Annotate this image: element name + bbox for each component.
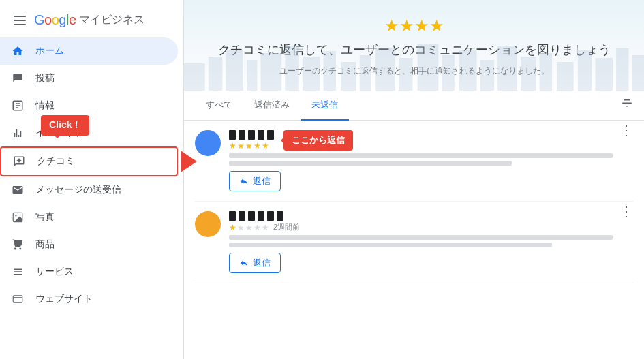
svg-point-5 [15, 215, 16, 216]
sidebar-item-posts-label: 投稿 [35, 72, 55, 84]
reply-button[interactable]: 返信 [229, 171, 281, 191]
sidebar-item-website[interactable]: ウェブサイト [0, 285, 178, 313]
tabs-list: すべて 返信済み 未返信 [195, 91, 349, 120]
products-icon [11, 238, 25, 251]
sidebar-header: Google マイビジネス [0, 5, 183, 37]
hamburger-menu[interactable] [11, 13, 29, 28]
sidebar-item-services-label: サービス [35, 266, 74, 278]
svg-rect-25 [521, 57, 536, 91]
review-time: 2週間前 [273, 222, 300, 232]
reply-label: 返信 [253, 175, 271, 187]
svg-rect-11 [247, 60, 257, 91]
svg-rect-12 [261, 53, 282, 91]
svg-rect-26 [540, 53, 552, 91]
sidebar-item-photos-label: 写真 [35, 211, 55, 223]
svg-rect-14 [303, 57, 320, 91]
tabs-bar: すべて 返信済み 未返信 [184, 91, 644, 121]
review-text [229, 153, 633, 166]
home-icon [11, 44, 25, 58]
review-list: ここから返信 ★ ★ ★ ★ ★ 返信 [184, 121, 644, 283]
tab-unreplied[interactable]: 未返信 [301, 91, 349, 121]
hero-section: ★★★★ クチコミに返信して、ユーザーとのコミュニケーションを図りましょう ユー… [184, 0, 644, 91]
service-name: マイビジネス [79, 13, 144, 27]
sidebar-item-reviews[interactable]: クチコミ Click！ [0, 146, 178, 176]
svg-rect-29 [595, 58, 613, 91]
sidebar-item-info-label: 情報 [35, 99, 55, 112]
messages-icon [11, 183, 25, 197]
click-tooltip: Click！ [41, 115, 89, 136]
review-rating-row: ★ ★ ★ ★ ★ 2週間前 [229, 222, 633, 232]
reply-label: 返信 [253, 257, 271, 269]
svg-rect-27 [557, 62, 574, 91]
svg-rect-15 [324, 51, 336, 91]
table-row: ここから返信 ★ ★ ★ ★ ★ 返信 [195, 121, 633, 202]
review-header [229, 211, 633, 221]
photos-icon [11, 210, 25, 224]
avatar [195, 211, 221, 237]
reply-button-container: 返信 [229, 253, 633, 273]
review-text [229, 235, 633, 247]
website-icon [11, 292, 25, 306]
app-logo: Google マイビジネス [34, 12, 144, 28]
review-body: ★ ★ ★ ★ ★ 2週間前 返信 [229, 211, 633, 273]
main-content: ★★★★ クチコミに返信して、ユーザーとのコミュニケーションを図りましょう ユー… [184, 0, 644, 359]
tab-replied[interactable]: 返信済み [243, 91, 301, 121]
tab-all[interactable]: すべて [195, 91, 243, 121]
more-options-icon[interactable]: ⋮ [619, 122, 633, 138]
filter-icon[interactable] [621, 97, 633, 113]
reply-button-container: 返信 [229, 171, 633, 191]
sidebar-item-posts[interactable]: 投稿 [0, 65, 178, 92]
reviewer-name [229, 130, 274, 140]
svg-rect-28 [578, 50, 592, 91]
sidebar-item-photos[interactable]: 写真 [0, 204, 178, 231]
svg-rect-20 [418, 44, 439, 91]
reviews-icon [12, 155, 26, 168]
svg-rect-9 [209, 57, 222, 91]
sidebar-item-products[interactable]: 商品 [0, 231, 178, 258]
insights-icon [11, 126, 25, 140]
svg-rect-23 [480, 60, 494, 91]
sidebar-item-messages[interactable]: メッセージの送受信 [0, 176, 178, 204]
sidebar-item-website-label: ウェブサイト [35, 293, 93, 305]
sidebar-item-info[interactable]: 情報 [0, 92, 178, 119]
more-options-icon[interactable]: ⋮ [619, 203, 633, 219]
svg-rect-30 [616, 48, 628, 91]
sidebar-item-services[interactable]: サービス [0, 258, 178, 285]
svg-rect-13 [285, 46, 298, 91]
arrow-right-icon [181, 151, 197, 172]
svg-rect-31 [632, 55, 644, 91]
sidebar-item-home-label: ホーム [35, 45, 64, 57]
sidebar-item-reviews-label: クチコミ [37, 155, 75, 168]
sidebar-item-home[interactable]: ホーム [0, 37, 178, 65]
svg-rect-21 [442, 55, 454, 91]
sidebar-item-messages-label: メッセージの送受信 [35, 184, 121, 196]
google-logo: Google [34, 12, 76, 28]
reply-button[interactable]: 返信 [229, 253, 281, 273]
svg-rect-16 [341, 62, 356, 91]
svg-rect-18 [375, 48, 395, 91]
review-stars: ★ ★ ★ ★ ★ [229, 223, 269, 232]
review-body: ここから返信 ★ ★ ★ ★ ★ 返信 [229, 130, 633, 191]
svg-rect-8 [184, 63, 205, 91]
city-background [184, 36, 644, 91]
here-tooltip: ここから返信 [283, 130, 353, 151]
svg-rect-24 [497, 46, 517, 91]
svg-rect-17 [360, 55, 371, 91]
avatar [195, 130, 221, 156]
sidebar: Google マイビジネス ホーム 投稿 情報 インサイト クチコミ [0, 0, 184, 359]
hero-stars: ★★★★ [198, 16, 630, 35]
info-icon [11, 99, 25, 112]
review-header: ここから返信 [229, 130, 633, 140]
table-row: ★ ★ ★ ★ ★ 2週間前 返信 [195, 202, 633, 283]
services-icon [11, 265, 25, 279]
posts-icon [11, 72, 25, 85]
svg-rect-10 [226, 50, 243, 91]
svg-rect-6 [13, 296, 22, 303]
reviewer-name [229, 211, 283, 221]
svg-rect-22 [459, 50, 477, 91]
sidebar-item-products-label: 商品 [35, 238, 55, 251]
svg-rect-19 [399, 58, 412, 91]
